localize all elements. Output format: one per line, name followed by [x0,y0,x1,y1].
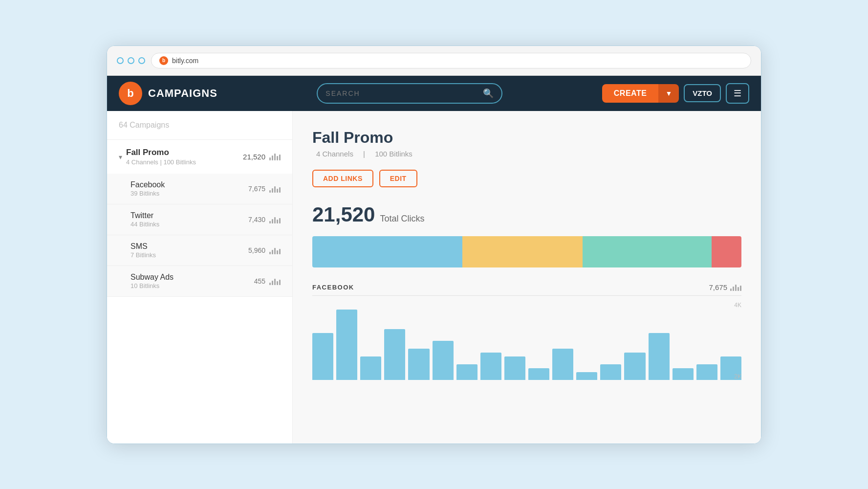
create-btn-group: CREATE ▼ [602,84,679,103]
search-icon: 🔍 [483,88,494,99]
stacked-bar-chart [312,236,741,267]
channel-stats: 5,960 [248,246,281,254]
chart-bar [576,372,597,380]
facebook-bar-chart: 4K 2K [312,302,741,380]
chart-bar [504,356,525,380]
chart-bar [408,349,429,380]
list-item[interactable]: SMS 7 Bitlinks 5,960 [107,235,292,266]
chart-bar [673,368,694,380]
chart-bar [384,329,405,380]
channel-list: Facebook 39 Bitlinks 7,675 [107,174,292,296]
channel-info: SMS 7 Bitlinks [130,242,248,259]
campaign-name: Fall Promo [126,148,243,157]
bar-chart-icon [269,246,281,254]
clicks-number: 21,520 [312,203,375,226]
chart-bar [649,333,670,380]
facebook-bar-chart-container: 4K 2K [312,302,741,380]
bar-chart-icon [269,185,281,193]
channel-info: Twitter 44 Bitlinks [130,211,248,228]
favicon: b [159,56,168,65]
browser-window: b bitly.com b CAMPAIGNS 🔍 CREATE ▼ VZTO … [107,45,761,444]
facebook-section-title: FACEBOOK [312,284,354,291]
browser-dot-1[interactable] [117,57,124,64]
channel-stats: 7,675 [248,185,281,193]
hamburger-menu-button[interactable]: ☰ [726,83,749,104]
bar-chart-icon [269,216,281,223]
nav-logo: b CAMPAIGNS [119,82,217,105]
bar-chart-icon [730,283,741,291]
chart-bar [624,353,645,380]
user-menu-button[interactable]: VZTO [684,84,721,102]
add-links-button[interactable]: ADD LINKS [312,170,373,187]
channel-stats: 7,430 [248,216,281,223]
chart-bar [456,364,477,380]
chart-bar [433,341,454,380]
url-text: bitly.com [172,57,198,65]
channel-name: Facebook [130,180,248,189]
browser-dots [117,57,145,64]
channel-info: Subway Ads 10 Bitlinks [130,273,254,289]
campaign-row[interactable]: ▾ Fall Promo 4 Channels | 100 Bitlinks 2… [107,140,292,174]
chart-bar [552,349,573,380]
channel-stats: 455 [254,277,281,285]
total-clicks: 21,520 Total Clicks [312,203,741,226]
bar-segment-twitter [462,236,583,267]
campaign-info: Fall Promo 4 Channels | 100 Bitlinks [126,148,243,166]
y-axis-label-4k: 4K [734,302,741,309]
url-bar[interactable]: b bitly.com [151,53,751,68]
bar-segment-subway [712,236,741,267]
channel-name: Twitter [130,211,248,220]
chart-bar [600,364,621,380]
browser-dot-3[interactable] [138,57,145,64]
campaign-meta: 4 Channels | 100 Bitlinks [126,158,243,166]
panel-subtitle: 4 Channels | 100 Bitlinks [312,150,741,158]
search-bar[interactable]: 🔍 [317,83,502,104]
chevron-down-icon: ▾ [119,153,122,161]
app-nav: b CAMPAIGNS 🔍 CREATE ▼ VZTO ☰ [107,76,761,111]
browser-dot-2[interactable] [128,57,134,64]
bar-segment-facebook [312,236,462,267]
chart-bar [360,356,381,380]
sidebar: 64 Campaigns ▾ Fall Promo 4 Channels | 1… [107,111,293,444]
browser-chrome: b bitly.com [107,46,761,76]
list-item[interactable]: Twitter 44 Bitlinks 7,430 [107,204,292,235]
list-item[interactable]: Facebook 39 Bitlinks 7,675 [107,174,292,204]
chart-bar [720,356,741,380]
list-item[interactable]: Subway Ads 10 Bitlinks 455 [107,266,292,296]
bar-chart-icon [269,153,281,160]
bar-chart-icon [269,277,281,285]
sidebar-header: 64 Campaigns [107,111,292,140]
chart-bar [480,353,501,380]
channel-meta: 44 Bitlinks [130,221,248,228]
channel-name: Subway Ads [130,273,254,282]
campaign-stats: 21,520 [243,153,281,161]
edit-button[interactable]: EDIT [379,170,417,187]
panel-actions: ADD LINKS EDIT [312,170,741,187]
main-panel: Fall Promo 4 Channels | 100 Bitlinks ADD… [293,111,761,444]
chart-bar [528,368,549,380]
app-body: 64 Campaigns ▾ Fall Promo 4 Channels | 1… [107,111,761,444]
chart-bar [312,333,333,380]
create-dropdown-button[interactable]: ▼ [658,84,679,103]
channel-name: SMS [130,242,248,251]
channel-info: Facebook 39 Bitlinks [130,180,248,197]
chart-bar [336,310,357,380]
campaign-item: ▾ Fall Promo 4 Channels | 100 Bitlinks 2… [107,140,292,297]
create-button[interactable]: CREATE [602,84,659,103]
chart-bar [696,364,717,380]
nav-actions: CREATE ▼ VZTO ☰ [602,83,749,104]
search-input[interactable] [326,89,478,97]
facebook-section-header: FACEBOOK 7,675 [312,283,741,296]
channel-meta: 7 Bitlinks [130,251,248,259]
channel-meta: 10 Bitlinks [130,282,254,289]
page-title: Fall Promo [312,129,741,147]
clicks-label: Total Clicks [380,214,424,224]
bar-segment-sms [583,236,711,267]
logo-icon: b [119,82,142,105]
nav-search: 🔍 [227,83,592,104]
channel-meta: 39 Bitlinks [130,190,248,197]
nav-title: CAMPAIGNS [148,87,217,100]
facebook-section-count: 7,675 [709,283,741,291]
